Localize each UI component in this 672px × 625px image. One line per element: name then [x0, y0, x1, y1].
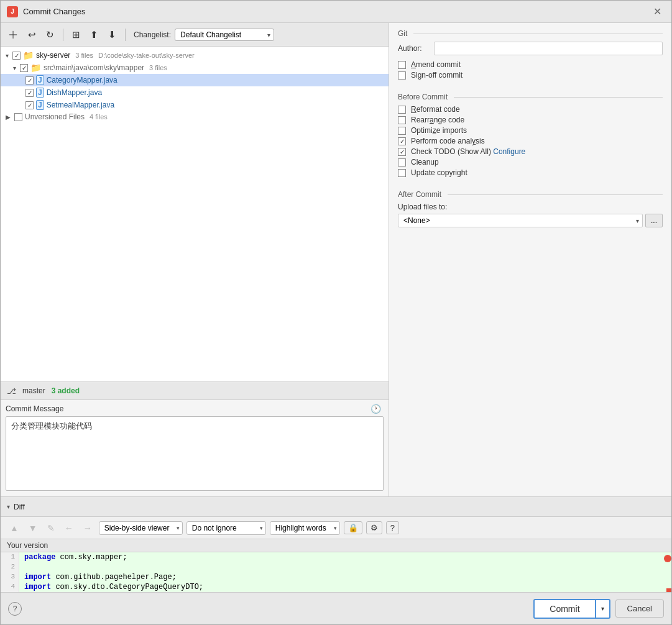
git-section: Git Author: Amend commit Sign-off commit — [398, 29, 663, 81]
diff-forward-button[interactable]: → — [80, 522, 95, 534]
signoff-commit-checkbox[interactable] — [398, 71, 406, 80]
diff-line-4: 4 import com.sky.dto.CategoryPageQueryDT… — [1, 582, 671, 592]
status-bar: ⎇ master 3 added — [1, 381, 389, 400]
window-title: Commit Changes — [23, 7, 85, 16]
viewer-select[interactable]: Side-by-side viewer Unified viewer — [99, 521, 183, 535]
update-copyright-row: Update copyright — [398, 168, 663, 177]
java-icon-dishmapper: J — [36, 88, 44, 98]
tree-label-unversioned: Unversioned Files — [25, 112, 85, 121]
cancel-button[interactable]: Cancel — [615, 600, 664, 618]
toolbar-sep-2 — [125, 29, 126, 41]
tree-item-mapper-folder[interactable]: ▾ 📁 src\main\java\com\sky\mapper 3 files — [1, 62, 389, 74]
amend-commit-label: Amend commit — [411, 60, 461, 69]
rearrange-code-label: Rearrange code — [411, 116, 464, 124]
code-analysis-checkbox[interactable] — [398, 137, 406, 145]
upload-select[interactable]: <None> — [398, 214, 643, 227]
diff-title[interactable]: Diff — [14, 503, 25, 511]
checkbox-mapper[interactable] — [20, 64, 28, 72]
before-commit-section: Before Commit Reformat code Rearrange co… — [398, 88, 663, 179]
optimize-imports-label: Optimize imports — [411, 126, 467, 135]
diff-settings-button[interactable]: ⚙ — [366, 521, 382, 534]
viewer-dropdown-wrapper: Side-by-side viewer Unified viewer ▾ — [99, 521, 183, 535]
diff-content-wrapper: Your version 1 package com.sky.mapper; 2… — [1, 539, 671, 592]
diff-line-3: 3 import com.github.pagehelper.Page; — [1, 572, 671, 582]
folder-icon-skyserver: 📁 — [23, 50, 34, 60]
rearrange-code-row: Rearrange code — [398, 116, 663, 124]
optimize-imports-checkbox[interactable] — [398, 127, 406, 135]
author-label: Author: — [398, 44, 429, 53]
configure-link[interactable]: Configure — [493, 147, 525, 156]
group-button[interactable]: ⊞ — [69, 27, 83, 42]
check-todo-checkbox[interactable] — [398, 148, 406, 156]
diff-header: ▾ Diff — [1, 497, 671, 517]
collapse-all-button[interactable]: ⬇ — [105, 27, 119, 42]
highlight-select[interactable]: Highlight words Highlight lines — [270, 521, 340, 535]
rearrange-code-checkbox[interactable] — [398, 116, 406, 124]
check-todo-label: Check TODO (Show All) Configure — [411, 147, 525, 156]
diff-expand-arrow-icon: ▾ — [7, 503, 10, 510]
main-content: 🞡 ↩ ↻ ⊞ ⬆ ⬇ Changelist: — [1, 23, 671, 496]
cleanup-label: Cleanup — [411, 158, 439, 167]
diff-down-button[interactable]: ▼ — [25, 522, 40, 534]
tree-item-unversioned[interactable]: ▶ Unversioned Files 4 files — [1, 111, 389, 122]
diff-line-1: 1 package com.sky.mapper; — [1, 552, 671, 562]
tree-item-skyserver[interactable]: ▾ 📁 sky-server 3 files D:\code\sky-take-… — [1, 49, 389, 62]
upload-more-button[interactable]: ... — [645, 214, 663, 227]
amend-commit-checkbox[interactable] — [398, 61, 406, 69]
file-tree: ▾ 📁 sky-server 3 files D:\code\sky-take-… — [1, 47, 389, 381]
tree-label-skyserver: sky-server — [36, 51, 70, 60]
tree-badge-mapper: 3 files — [149, 64, 167, 71]
after-commit-section: After Commit Upload files to: <None> ▾ .… — [398, 185, 663, 227]
tree-item-setmealmapper[interactable]: J SetmealMapper.java — [1, 99, 389, 111]
changelist-select[interactable]: Default Changelist — [175, 29, 274, 41]
commit-history-button[interactable]: 🕐 — [368, 404, 384, 414]
expand-arrow-skyserver: ▾ — [6, 52, 9, 59]
checkbox-skyserver[interactable] — [12, 52, 21, 60]
checkbox-setmealmapper[interactable] — [25, 101, 34, 109]
reformat-code-checkbox[interactable] — [398, 106, 406, 114]
tree-label-dishmapper: DishMapper.java — [47, 88, 102, 97]
help-button[interactable]: ? — [8, 602, 22, 616]
highlight-dropdown-wrapper: Highlight words Highlight lines ▾ — [270, 521, 340, 535]
tree-item-categorymapper[interactable]: J CategoryMapper.java — [1, 74, 389, 86]
commit-message-section: Commit Message 🕐 分类管理模块功能代码 — [1, 400, 389, 496]
redo-button[interactable]: ↻ — [43, 27, 57, 42]
diff-up-button[interactable]: ▲ — [7, 522, 22, 534]
cleanup-row: Cleanup — [398, 158, 663, 167]
diff-section: ▾ Diff ▲ ▼ ✎ ← → Side-by-side viewer Uni… — [1, 496, 671, 592]
commit-button[interactable]: Commit — [533, 599, 595, 619]
checkbox-categorymapper[interactable] — [25, 76, 34, 84]
undo-button[interactable]: ↩ — [25, 27, 39, 42]
author-input[interactable] — [434, 42, 663, 55]
changelist-label: Changelist: — [134, 30, 171, 39]
commit-dropdown-button[interactable]: ▾ — [596, 599, 610, 619]
add-button[interactable]: 🞡 — [6, 27, 21, 42]
diff-back-button[interactable]: ← — [62, 522, 76, 534]
commit-message-input[interactable]: 分类管理模块功能代码 — [6, 416, 384, 491]
code-analysis-row: Perform code analysis — [398, 137, 663, 145]
tree-badge-unversioned: 4 files — [90, 113, 108, 121]
tree-item-dishmapper[interactable]: J DishMapper.java — [1, 86, 389, 99]
checkbox-unversioned[interactable] — [14, 113, 22, 121]
footer: ? Commit ▾ Cancel — [1, 592, 671, 624]
toolbar-sep-1 — [63, 29, 63, 41]
cleanup-checkbox[interactable] — [398, 158, 406, 167]
signoff-commit-label: Sign-off commit — [411, 71, 463, 80]
java-icon-setmealmapper: J — [36, 100, 44, 110]
diff-help-button[interactable]: ? — [386, 521, 399, 534]
diff-lock-button[interactable]: 🔒 — [344, 521, 362, 534]
git-section-title: Git — [398, 29, 663, 38]
expand-all-button[interactable]: ⬆ — [87, 27, 101, 42]
diff-edit-button[interactable]: ✎ — [44, 522, 58, 534]
signoff-commit-row: Sign-off commit — [398, 71, 663, 80]
checkbox-dishmapper[interactable] — [25, 89, 34, 97]
update-copyright-checkbox[interactable] — [398, 169, 406, 177]
close-button[interactable]: ✕ — [650, 4, 665, 19]
commit-dialog: J Commit Changes ✕ 🞡 ↩ ↻ ⊞ — [0, 0, 672, 625]
upload-row: <None> ▾ ... — [398, 214, 663, 227]
upload-select-wrapper: <None> ▾ — [398, 214, 643, 227]
expand-arrow-mapper: ▾ — [13, 65, 16, 71]
added-badge: 3 added — [52, 386, 80, 395]
right-panel: Git Author: Amend commit Sign-off commit… — [389, 23, 671, 496]
ignore-select[interactable]: Do not ignore Ignore whitespace — [186, 521, 266, 535]
